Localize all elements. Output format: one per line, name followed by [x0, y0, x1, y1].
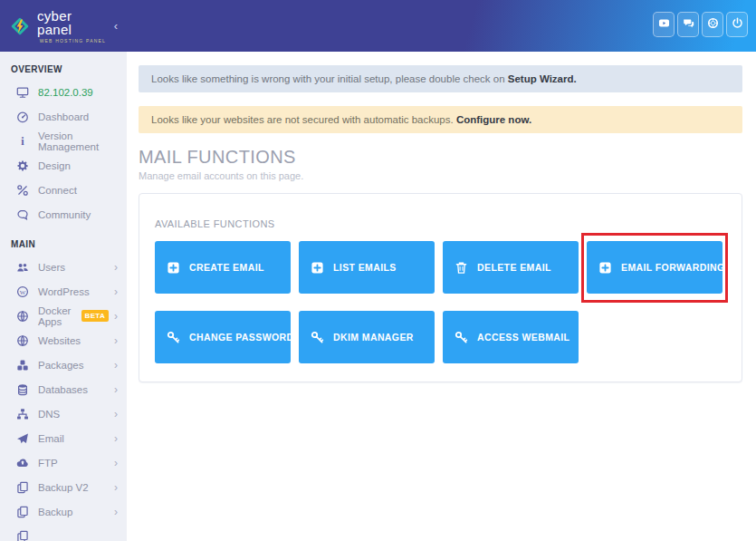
- chevron-right-icon: ›: [114, 286, 118, 297]
- sidebar-collapse-icon[interactable]: ‹: [109, 19, 118, 33]
- brand-text: cyber panel WEB HOSTING PANEL: [37, 9, 109, 43]
- create-email-button[interactable]: CREATE EMAIL: [155, 241, 291, 294]
- plus-square-icon: [598, 261, 612, 275]
- trash-icon: [455, 261, 468, 275]
- logout-button[interactable]: [726, 12, 748, 37]
- sidebar-item-label: Websites: [38, 335, 81, 346]
- button-label: LIST EMAILS: [333, 262, 397, 273]
- sidebar-item-community[interactable]: Community: [0, 202, 127, 227]
- alert-text: Looks like something is wrong with your …: [151, 73, 508, 84]
- cloud-upload-icon: [15, 456, 29, 469]
- chevron-right-icon: ›: [114, 507, 118, 517]
- chat-button[interactable]: [677, 12, 699, 37]
- svg-text:i: i: [21, 135, 24, 148]
- delete-email-button[interactable]: DELETE EMAIL: [443, 241, 579, 294]
- sidebar-item-ftp[interactable]: FTP ›: [0, 450, 127, 475]
- sidebar-item-label: FTP: [38, 458, 58, 469]
- sidebar-section-overview: OVERVIEW 82.102.0.39 Dashboard i Version…: [0, 52, 127, 227]
- sidebar-item-backup[interactable]: Backup ›: [0, 499, 127, 524]
- change-password-button[interactable]: CHANGE PASSWORD: [155, 311, 291, 363]
- access-webmail-button[interactable]: ACCESS WEBMAIL: [443, 311, 579, 363]
- sidebar-item-label: Email: [38, 433, 64, 444]
- sidebar-item-label: WordPress: [38, 286, 90, 297]
- sidebar-item-label: Connect: [38, 185, 77, 196]
- sidebar-item-docker-apps[interactable]: Docker Apps BETA ›: [0, 304, 127, 328]
- connect-icon: [15, 183, 29, 197]
- key-icon: [455, 331, 468, 344]
- sidebar-item-email[interactable]: Email ›: [0, 426, 127, 450]
- sidebar-item-82-102-0-39[interactable]: 82.102.0.39: [0, 80, 127, 104]
- button-label: ACCESS WEBMAIL: [477, 332, 569, 343]
- sidebar-item-dashboard[interactable]: Dashboard: [0, 104, 127, 129]
- cyberpanel-logo-icon[interactable]: [9, 15, 31, 37]
- sidebar-item-connect[interactable]: Connect: [0, 178, 127, 202]
- sidebar-item-item[interactable]: [0, 524, 127, 541]
- docker-icon: [15, 309, 29, 323]
- main-content: Looks like something is wrong with your …: [127, 52, 756, 541]
- chevron-right-icon: ›: [114, 262, 118, 273]
- sidebar-item-label: Community: [38, 209, 91, 220]
- setup-wizard-alert: Looks like something is wrong with your …: [139, 65, 742, 92]
- beta-badge: BETA: [81, 310, 109, 322]
- key-icon: [167, 331, 180, 344]
- button-label: CREATE EMAIL: [189, 262, 264, 273]
- fn-wrap: DKIM MANAGER: [299, 311, 435, 363]
- button-label: CHANGE PASSWORD: [189, 332, 293, 343]
- list-emails-button[interactable]: LIST EMAILS: [299, 241, 435, 294]
- fn-wrap: DELETE EMAIL: [443, 241, 579, 294]
- sidebar-item-label: Version Management: [38, 130, 118, 152]
- youtube-button[interactable]: [653, 12, 675, 37]
- section-label: OVERVIEW: [0, 52, 127, 80]
- chevron-right-icon: ›: [114, 458, 118, 469]
- sidebar-item-websites[interactable]: Websites ›: [0, 328, 127, 353]
- chevron-right-icon: ›: [114, 384, 118, 395]
- packages-icon: [15, 358, 29, 372]
- key-icon: [311, 331, 324, 344]
- sidebar-item-packages[interactable]: Packages ›: [0, 353, 127, 377]
- copy-icon: [15, 505, 29, 518]
- plus-square-icon: [167, 261, 180, 275]
- page-title: MAIL FUNCTIONS: [139, 147, 742, 168]
- section-label: MAIN: [0, 227, 127, 255]
- card-label: AVAILABLE FUNCTIONS: [155, 218, 726, 229]
- svg-text:W: W: [19, 288, 25, 295]
- available-functions-card: AVAILABLE FUNCTIONS CREATE EMAIL LIST EM…: [139, 193, 742, 382]
- brand-tagline: WEB HOSTING PANEL: [37, 39, 109, 43]
- chevron-right-icon: ›: [114, 482, 118, 493]
- gear-icon: [15, 159, 29, 172]
- sidebar-item-label: Backup: [38, 507, 72, 517]
- fn-wrap: ACCESS WEBMAIL: [443, 311, 579, 363]
- wordpress-icon: W: [15, 285, 29, 298]
- sidebar-item-design[interactable]: Design: [0, 153, 127, 178]
- fn-wrap: CHANGE PASSWORD: [155, 311, 291, 363]
- desktop-icon: [15, 85, 29, 99]
- globe-icon: [15, 333, 29, 347]
- sidebar-item-version-management[interactable]: i Version Management: [0, 129, 127, 153]
- sidebar-item-label: Backup V2: [38, 482, 89, 493]
- chevron-right-icon: ›: [114, 409, 118, 420]
- sidebar-item-wordpress[interactable]: W WordPress ›: [0, 279, 127, 304]
- sidebar-item-label: Dashboard: [38, 111, 89, 122]
- sidebar-item-dns[interactable]: DNS ›: [0, 401, 127, 426]
- copy-icon: [15, 480, 29, 494]
- sidebar-item-label: DNS: [38, 409, 60, 420]
- sidebar-item-backup-v2[interactable]: Backup V2 ›: [0, 475, 127, 499]
- configure-now-link[interactable]: Configure now.: [456, 114, 531, 125]
- email-forwarding-button[interactable]: EMAIL FORWARDING: [587, 241, 723, 294]
- setup-wizard-link[interactable]: Setup Wizard.: [508, 73, 577, 84]
- dkim-manager-button[interactable]: DKIM MANAGER: [299, 311, 435, 363]
- fn-wrap: LIST EMAILS: [299, 241, 435, 294]
- support-button[interactable]: [702, 12, 723, 37]
- comments-icon: [683, 16, 694, 33]
- sidebar-item-databases[interactable]: Databases ›: [0, 377, 127, 401]
- highlight-annotation: EMAIL FORWARDING: [587, 241, 723, 294]
- dashboard-icon: [15, 110, 29, 123]
- youtube-icon: [658, 16, 670, 33]
- send-icon: [15, 431, 29, 445]
- alert-text: Looks like your websites are not secured…: [151, 114, 456, 125]
- sidebar-item-users[interactable]: Users ›: [0, 255, 127, 279]
- chevron-right-icon: ›: [114, 311, 118, 322]
- chevron-right-icon: ›: [114, 433, 118, 444]
- plus-square-icon: [311, 261, 324, 275]
- sidebar: OVERVIEW 82.102.0.39 Dashboard i Version…: [0, 52, 127, 541]
